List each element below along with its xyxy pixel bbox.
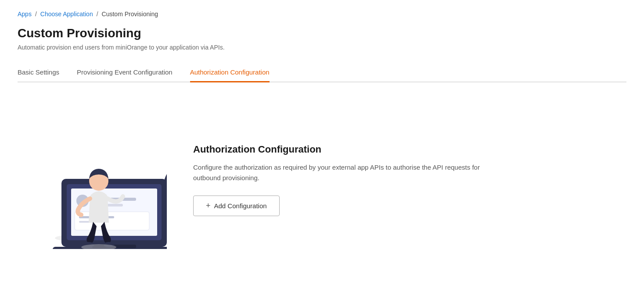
- content-area: Authorization Configuration Configure th…: [18, 100, 626, 260]
- breadcrumb-sep-1: /: [35, 11, 37, 18]
- page-container: Apps / Choose Application / Custom Provi…: [0, 0, 644, 270]
- tabs-container: Basic Settings Provisioning Event Config…: [18, 63, 626, 82]
- breadcrumb-sep-2: /: [97, 11, 98, 18]
- info-panel: Authorization Configuration Configure th…: [193, 144, 500, 216]
- breadcrumb-current: Custom Provisioning: [102, 11, 158, 18]
- tab-basic-settings[interactable]: Basic Settings: [18, 63, 59, 82]
- plus-icon: +: [206, 201, 211, 210]
- info-panel-title: Authorization Configuration: [193, 144, 500, 155]
- tab-provisioning-event[interactable]: Provisioning Event Configuration: [77, 63, 173, 82]
- add-configuration-button[interactable]: + Add Configuration: [193, 196, 280, 216]
- page-title: Custom Provisioning: [18, 26, 626, 40]
- add-configuration-label: Add Configuration: [214, 202, 267, 210]
- info-panel-description: Configure the authorization as required …: [193, 162, 500, 183]
- page-subtitle: Automatic provision end users from miniO…: [18, 44, 626, 51]
- breadcrumb-apps-link[interactable]: Apps: [18, 11, 32, 18]
- illustration: [18, 109, 167, 251]
- tab-authorization[interactable]: Authorization Configuration: [190, 63, 270, 82]
- breadcrumb: Apps / Choose Application / Custom Provi…: [18, 11, 626, 18]
- breadcrumb-choose-app-link[interactable]: Choose Application: [40, 11, 93, 18]
